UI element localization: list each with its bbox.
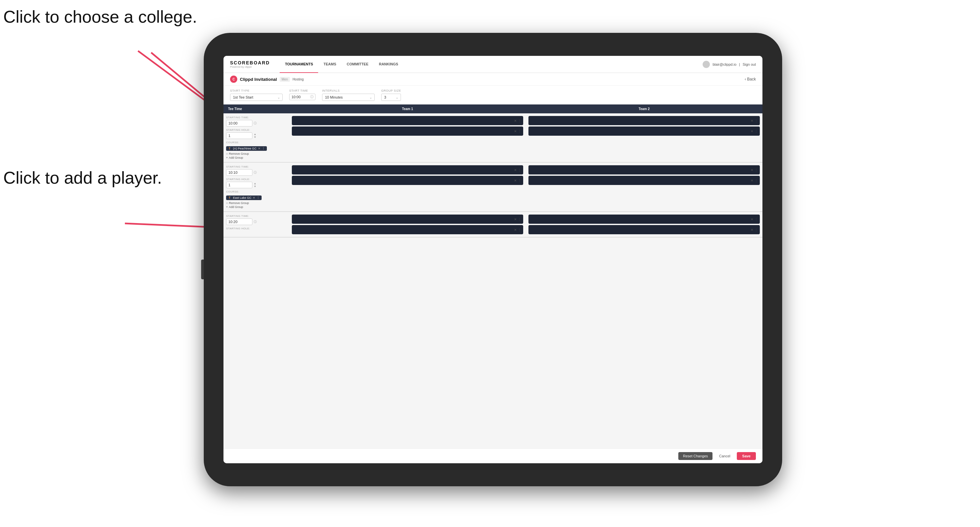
course-tag-1[interactable]: 🏌 (A) Peachtree GC ✕ ⋮	[226, 146, 267, 151]
course-label-2: COURSE:	[226, 190, 286, 193]
intervals-select[interactable]: 10 Minutes	[322, 94, 375, 101]
slot-more-4-1[interactable]: ⋮	[754, 168, 758, 172]
slot-close-4-2[interactable]: ✕	[751, 179, 753, 183]
player-slot-4-1[interactable]: ✕ ⋮	[528, 165, 760, 175]
start-type-label: Start Type	[230, 89, 283, 92]
logo-sub: Powered by clippd	[230, 65, 270, 68]
slot-more-3-2[interactable]: ⋮	[518, 179, 521, 183]
group-size-group: Group Size 3	[381, 89, 401, 101]
tee-row-1: STARTING TIME: ⓘ STARTING HOLE: ▲▼	[223, 113, 762, 162]
start-type-select-wrapper[interactable]: 1st Tee Start	[230, 94, 283, 101]
player-slot-3-1[interactable]: ✕ ⋮	[292, 165, 523, 175]
intervals-label: Intervals	[322, 89, 375, 92]
slot-more-3-1[interactable]: ⋮	[518, 168, 521, 172]
starting-hole-label-3: STARTING HOLE:	[226, 227, 286, 230]
add-group-link-2[interactable]: + Add Group	[226, 205, 286, 209]
remove-icon-1: ○	[226, 152, 228, 156]
nav-items: TOURNAMENTS TEAMS COMMITTEE RANKINGS	[280, 56, 703, 73]
player-slot-6-1[interactable]: ✕ ⋮	[528, 214, 760, 224]
course-tag-icon-1: 🏌	[228, 147, 232, 150]
player-slot-5-1[interactable]: ✕ ⋮	[292, 214, 523, 224]
annotation-player: Click to add a player.	[3, 168, 162, 188]
starting-hole-input-2[interactable]	[226, 182, 252, 188]
player-slot-1-2[interactable]: ✕ ⋮	[292, 127, 523, 136]
hole-spinner-1[interactable]: ▲▼	[254, 133, 256, 139]
clippd-logo-icon: C	[230, 76, 237, 83]
course-tag-2[interactable]: 🏌 East Lake GC ✕ ⋮	[226, 195, 262, 200]
slot-close-1-2[interactable]: ✕	[514, 129, 517, 133]
add-icon-2: +	[226, 205, 228, 209]
player-slot-4-2[interactable]: ✕ ⋮	[528, 176, 760, 185]
start-type-select[interactable]: 1st Tee Start	[230, 94, 283, 101]
starting-time-row-1: ⓘ	[226, 120, 286, 127]
slot-close-6-2[interactable]: ✕	[751, 228, 753, 232]
course-remove-2[interactable]: ✕	[253, 196, 255, 200]
cancel-button[interactable]: Cancel	[716, 452, 733, 460]
starting-hole-row-2: ▲▼	[226, 182, 286, 188]
slot-close-2-2[interactable]: ✕	[751, 129, 753, 133]
intervals-select-wrapper[interactable]: 10 Minutes	[322, 94, 375, 101]
slot-more-2-1[interactable]: ⋮	[754, 119, 758, 122]
starting-time-label-1: STARTING TIME:	[226, 116, 286, 119]
sign-out-link[interactable]: Sign out	[743, 62, 756, 67]
add-group-link-1[interactable]: + Add Group	[226, 156, 286, 159]
team1-column-1: ✕ ⋮ ✕ ⋮	[289, 113, 526, 162]
nav-item-rankings[interactable]: RANKINGS	[374, 56, 404, 73]
slot-more-1-2[interactable]: ⋮	[518, 129, 521, 133]
slot-more-6-1[interactable]: ⋮	[754, 217, 758, 221]
starting-time-input-3[interactable]	[226, 219, 252, 225]
tee-controls-2: STARTING TIME: ⓘ STARTING HOLE: ▲▼	[223, 163, 289, 211]
player-slot-1-1[interactable]: ✕ ⋮	[292, 116, 523, 125]
group-size-select-wrapper[interactable]: 3	[381, 94, 401, 101]
gender-badge: Men	[280, 77, 290, 82]
save-button[interactable]: Save	[737, 452, 756, 460]
player-slot-2-1[interactable]: ✕ ⋮	[528, 116, 760, 125]
slot-more-5-2[interactable]: ⋮	[518, 228, 521, 232]
slot-more-1-1[interactable]: ⋮	[518, 119, 521, 122]
remove-icon-2: ○	[226, 202, 228, 205]
nav-item-tournaments[interactable]: TOURNAMENTS	[280, 56, 318, 73]
start-type-group: Start Type 1st Tee Start	[230, 89, 283, 101]
slot-close-3-2[interactable]: ✕	[514, 179, 517, 183]
nav-right: blair@clippd.io | Sign out	[703, 61, 756, 68]
table-header: Tee Time Team 1 Team 2	[223, 105, 762, 113]
starting-time-input-1[interactable]	[226, 120, 252, 127]
logo-text: SCOREBOARD	[230, 60, 270, 65]
team2-column-3: ✕ ⋮ ✕ ⋮	[526, 212, 762, 237]
player-slot-6-2[interactable]: ✕ ⋮	[528, 225, 760, 234]
starting-hole-input-1[interactable]	[226, 132, 252, 139]
starting-time-input-2[interactable]	[226, 169, 252, 176]
user-email: blair@clippd.io	[713, 62, 736, 67]
remove-group-link-2[interactable]: ○ Remove Group	[226, 202, 286, 205]
course-remove-1[interactable]: ✕	[258, 147, 261, 150]
slot-close-3-1[interactable]: ✕	[514, 168, 517, 172]
time-info-icon-3: ⓘ	[254, 220, 257, 224]
slot-close-1-1[interactable]: ✕	[514, 119, 517, 122]
slot-more-5-1[interactable]: ⋮	[518, 217, 521, 221]
course-tag-icon-2: 🏌	[228, 196, 232, 200]
slot-close-5-1[interactable]: ✕	[514, 217, 517, 221]
course-edit-1[interactable]: ⋮	[262, 147, 265, 150]
reset-button[interactable]: Reset Changes	[678, 452, 713, 460]
player-slot-3-2[interactable]: ✕ ⋮	[292, 176, 523, 185]
tee-section-2: STARTING TIME: ⓘ STARTING HOLE: ▲▼	[223, 163, 762, 212]
starting-hole-label-1: STARTING HOLE:	[226, 129, 286, 132]
player-slot-5-2[interactable]: ✕ ⋮	[292, 225, 523, 234]
nav-item-teams[interactable]: TEAMS	[318, 56, 342, 73]
bottom-bar: Reset Changes Cancel Save	[223, 448, 762, 463]
course-edit-2[interactable]: ⋮	[257, 196, 259, 200]
player-slot-2-2[interactable]: ✕ ⋮	[528, 127, 760, 136]
group-size-select[interactable]: 3	[381, 94, 401, 101]
remove-group-link-1[interactable]: ○ Remove Group	[226, 152, 286, 156]
slot-close-2-1[interactable]: ✕	[751, 119, 753, 122]
hole-spinner-2[interactable]: ▲▼	[254, 182, 256, 188]
th-tee-time: Tee Time	[223, 105, 289, 113]
slot-more-6-2[interactable]: ⋮	[754, 228, 758, 232]
back-button[interactable]: ‹ Back	[745, 77, 756, 81]
slot-close-6-1[interactable]: ✕	[751, 217, 753, 221]
slot-more-2-2[interactable]: ⋮	[754, 129, 758, 133]
slot-close-4-1[interactable]: ✕	[751, 168, 753, 172]
slot-more-4-2[interactable]: ⋮	[754, 179, 758, 183]
slot-close-5-2[interactable]: ✕	[514, 228, 517, 232]
nav-item-committee[interactable]: COMMITTEE	[342, 56, 374, 73]
